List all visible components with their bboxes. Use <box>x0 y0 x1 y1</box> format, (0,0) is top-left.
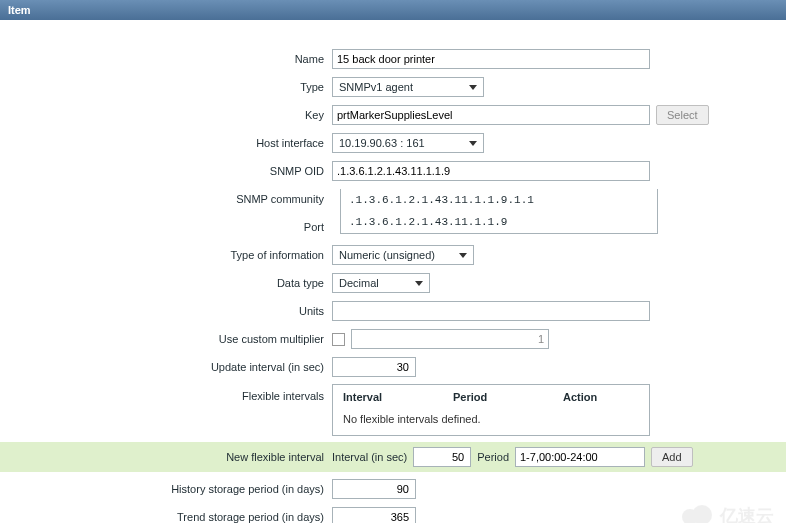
label-snmp-community: SNMP community <box>0 193 332 205</box>
select-button[interactable]: Select <box>656 105 709 125</box>
host-interface-select[interactable]: 10.19.90.63 : 161 <box>332 133 484 153</box>
autocomplete-option[interactable]: .1.3.6.1.2.1.43.11.1.1.9.1.1 <box>341 189 657 211</box>
data-type-select[interactable]: Decimal <box>332 273 430 293</box>
snmp-oid-input[interactable] <box>332 161 650 181</box>
label-trend-storage: Trend storage period (in days) <box>0 511 332 523</box>
chevron-down-icon <box>469 85 477 90</box>
type-select-value: SNMPv1 agent <box>339 81 413 93</box>
cloud-icon <box>682 505 716 523</box>
col-interval: Interval <box>343 391 453 403</box>
label-host-interface: Host interface <box>0 137 332 149</box>
type-select[interactable]: SNMPv1 agent <box>332 77 484 97</box>
col-period: Period <box>453 391 563 403</box>
label-name: Name <box>0 53 332 65</box>
data-type-value: Decimal <box>339 277 379 289</box>
update-interval-input[interactable] <box>332 357 416 377</box>
label-port: Port <box>0 221 332 233</box>
history-storage-input[interactable] <box>332 479 416 499</box>
chevron-down-icon <box>415 281 423 286</box>
chevron-down-icon <box>459 253 467 258</box>
multiplier-input <box>351 329 549 349</box>
inline-interval-label: Interval (in sec) <box>332 451 407 463</box>
watermark: 亿速云 <box>682 504 774 523</box>
label-new-flexible: New flexible interval <box>0 451 332 463</box>
item-form: Name Type SNMPv1 agent Key Select Host i… <box>0 20 786 523</box>
chevron-down-icon <box>469 141 477 146</box>
col-action: Action <box>563 391 639 403</box>
flexible-intervals-empty: No flexible intervals defined. <box>343 413 639 425</box>
flexible-intervals-table: Interval Period Action No flexible inter… <box>332 384 650 436</box>
label-flexible-intervals: Flexible intervals <box>0 384 332 402</box>
label-units: Units <box>0 305 332 317</box>
label-update-interval: Update interval (in sec) <box>0 361 332 373</box>
new-period-input[interactable] <box>515 447 645 467</box>
label-snmp-oid: SNMP OID <box>0 165 332 177</box>
trend-storage-input[interactable] <box>332 507 416 523</box>
add-button[interactable]: Add <box>651 447 693 467</box>
autocomplete-option[interactable]: .1.3.6.1.2.1.43.11.1.1.9 <box>341 211 657 233</box>
units-input[interactable] <box>332 301 650 321</box>
snmp-oid-autocomplete: .1.3.6.1.2.1.43.11.1.1.9.1.1 .1.3.6.1.2.… <box>340 189 658 234</box>
label-type: Type <box>0 81 332 93</box>
label-data-type: Data type <box>0 277 332 289</box>
label-history-storage: History storage period (in days) <box>0 483 332 495</box>
host-interface-value: 10.19.90.63 : 161 <box>339 137 425 149</box>
watermark-text: 亿速云 <box>720 504 774 523</box>
key-input[interactable] <box>332 105 650 125</box>
panel-title: Item <box>0 0 786 20</box>
multiplier-checkbox[interactable] <box>332 333 345 346</box>
new-interval-sec-input[interactable] <box>413 447 471 467</box>
new-flexible-interval-row: New flexible interval Interval (in sec) … <box>0 442 786 472</box>
name-input[interactable] <box>332 49 650 69</box>
label-use-multiplier: Use custom multiplier <box>0 333 332 345</box>
label-type-info: Type of information <box>0 249 332 261</box>
type-info-value: Numeric (unsigned) <box>339 249 435 261</box>
inline-period-label: Period <box>477 451 509 463</box>
label-key: Key <box>0 109 332 121</box>
type-info-select[interactable]: Numeric (unsigned) <box>332 245 474 265</box>
